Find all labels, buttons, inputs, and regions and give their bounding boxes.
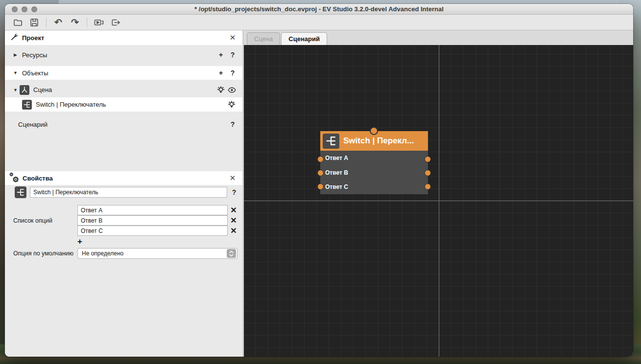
default-option-value: Не определено bbox=[78, 250, 227, 257]
expand-arrow-icon[interactable]: ▼ bbox=[13, 88, 18, 92]
option-a-input[interactable] bbox=[77, 205, 228, 215]
port-label-c: Ответ C bbox=[325, 183, 348, 190]
option-row: ✕ bbox=[77, 215, 239, 226]
toolbar-separator bbox=[87, 18, 87, 27]
add-resource-button[interactable]: + bbox=[217, 50, 225, 59]
add-option-button[interactable]: + bbox=[77, 238, 82, 246]
node-canvas[interactable]: Switch | Перекл... Ответ A Ответ B Ответ… bbox=[244, 45, 633, 357]
undo-icon: ↶ bbox=[54, 18, 62, 27]
default-option-field: Опция по умолчанию Не определено bbox=[5, 248, 242, 259]
object-name-row: ? bbox=[5, 186, 242, 198]
node-port-row: Ответ B bbox=[320, 165, 428, 180]
section-resources[interactable]: ▶ Ресурсы + ? bbox=[5, 48, 242, 62]
node-input-port[interactable] bbox=[370, 127, 378, 135]
option-b-input[interactable] bbox=[77, 215, 228, 226]
preview-button[interactable] bbox=[92, 16, 106, 29]
tree-item-scene[interactable]: ▼ Сцена bbox=[5, 83, 242, 97]
section-scenario-label: Сценарий bbox=[18, 121, 229, 128]
main-toolbar: ↶ ↷ bbox=[5, 15, 633, 30]
minimize-window-button[interactable] bbox=[22, 6, 27, 12]
expand-arrow-icon[interactable]: ▼ bbox=[13, 70, 18, 75]
scene-icon bbox=[20, 85, 29, 95]
options-list-label: Список опций bbox=[13, 217, 77, 224]
port-c-right[interactable] bbox=[425, 183, 431, 190]
tree-item-switch-label: Switch | Переключатель bbox=[36, 101, 227, 108]
scene-visibility-button[interactable] bbox=[227, 85, 237, 95]
editor-tabbar: Сцена Сценарий bbox=[244, 30, 633, 45]
switch-icon bbox=[15, 186, 26, 198]
save-project-button[interactable] bbox=[27, 16, 41, 29]
redo-button[interactable]: ↷ bbox=[68, 16, 82, 29]
lamp-icon bbox=[216, 86, 225, 94]
object-name-input[interactable] bbox=[30, 187, 227, 198]
options-list-field: Список опций ✕ ✕ ✕ bbox=[5, 205, 242, 236]
project-panel-title: Проект bbox=[22, 34, 229, 42]
project-panel: Проект ✕ ▶ Ресурсы + ? ▼ Объекты + ? bbox=[5, 30, 243, 357]
traffic-lights bbox=[5, 4, 37, 15]
close-window-button[interactable] bbox=[12, 6, 18, 12]
delete-option-a-button[interactable]: ✕ bbox=[228, 206, 239, 214]
port-label-b: Ответ B bbox=[325, 169, 348, 176]
port-c-left[interactable] bbox=[317, 183, 324, 190]
scene-lamp-button[interactable] bbox=[216, 85, 226, 95]
port-a-right[interactable] bbox=[425, 156, 431, 162]
switch-lamp-button[interactable] bbox=[227, 100, 237, 110]
folder-icon bbox=[13, 18, 23, 27]
option-row: ✕ bbox=[77, 226, 239, 236]
section-resources-label: Ресурсы bbox=[22, 51, 217, 59]
resources-help-button[interactable]: ? bbox=[229, 50, 237, 59]
section-scenario[interactable]: Сценарий ? bbox=[5, 117, 242, 131]
switch-icon bbox=[22, 100, 32, 110]
switch-icon bbox=[323, 134, 339, 149]
default-option-select[interactable]: Не определено bbox=[77, 248, 237, 259]
option-row: ✕ bbox=[77, 205, 239, 215]
window-content: Проект ✕ ▶ Ресурсы + ? ▼ Объекты + ? bbox=[5, 30, 633, 357]
port-b-right[interactable] bbox=[425, 170, 431, 176]
port-a-left[interactable] bbox=[317, 156, 324, 162]
preview-play-icon bbox=[94, 18, 104, 27]
gears-icon: ⚙⚙ bbox=[10, 174, 19, 182]
delete-option-c-button[interactable]: ✕ bbox=[228, 227, 239, 235]
add-option-row: + bbox=[5, 238, 242, 246]
scenario-help-button[interactable]: ? bbox=[229, 120, 237, 129]
tree-item-scene-label: Сцена bbox=[33, 86, 216, 93]
canvas-origin-horizontal-axis bbox=[244, 201, 633, 201]
options-list: ✕ ✕ ✕ bbox=[77, 205, 242, 236]
project-tool-icon bbox=[10, 33, 18, 43]
option-c-input[interactable] bbox=[77, 226, 228, 236]
tab-scene[interactable]: Сцена bbox=[247, 32, 280, 45]
toolbar-separator bbox=[46, 18, 47, 27]
project-panel-close-button[interactable]: ✕ bbox=[229, 33, 237, 42]
port-b-left[interactable] bbox=[317, 170, 324, 176]
collapse-arrow-icon[interactable]: ▶ bbox=[13, 52, 18, 57]
properties-panel-title: Свойства bbox=[23, 175, 229, 182]
eye-icon bbox=[227, 86, 237, 94]
save-icon bbox=[29, 18, 39, 27]
node-port-row: Ответ A bbox=[320, 151, 428, 165]
add-object-button[interactable]: + bbox=[217, 68, 225, 77]
project-panel-header: Проект ✕ bbox=[5, 30, 242, 45]
properties-panel-close-button[interactable]: ✕ bbox=[229, 174, 237, 182]
window-title: * /opt/studio_projects/switch_doc.evproj… bbox=[5, 5, 633, 13]
undo-button[interactable]: ↶ bbox=[51, 16, 65, 29]
name-help-button[interactable]: ? bbox=[231, 188, 237, 196]
node-port-row: Ответ C bbox=[320, 180, 428, 194]
stepper-arrows-icon bbox=[227, 249, 236, 258]
scenario-editor: Сцена Сценарий Switch | Перекл... bbox=[244, 30, 633, 357]
switch-node[interactable]: Switch | Перекл... Ответ A Ответ B Ответ… bbox=[320, 131, 428, 194]
objects-help-button[interactable]: ? bbox=[229, 68, 237, 77]
section-objects-label: Объекты bbox=[22, 69, 217, 77]
default-option-label: Опция по умолчанию bbox=[13, 250, 77, 257]
tab-scenario[interactable]: Сценарий bbox=[281, 32, 327, 45]
delete-option-b-button[interactable]: ✕ bbox=[228, 217, 239, 225]
lamp-icon bbox=[227, 100, 236, 109]
app-window: * /opt/studio_projects/switch_doc.evproj… bbox=[5, 4, 633, 357]
zoom-window-button[interactable] bbox=[31, 6, 37, 12]
export-icon bbox=[110, 18, 121, 27]
tree-item-switch[interactable]: Switch | Переключатель bbox=[5, 97, 242, 112]
section-objects[interactable]: ▼ Объекты + ? bbox=[5, 66, 242, 80]
port-label-a: Ответ A bbox=[325, 155, 348, 161]
export-button[interactable] bbox=[109, 16, 122, 29]
window-titlebar[interactable]: * /opt/studio_projects/switch_doc.evproj… bbox=[5, 4, 633, 15]
open-project-button[interactable] bbox=[11, 16, 24, 29]
